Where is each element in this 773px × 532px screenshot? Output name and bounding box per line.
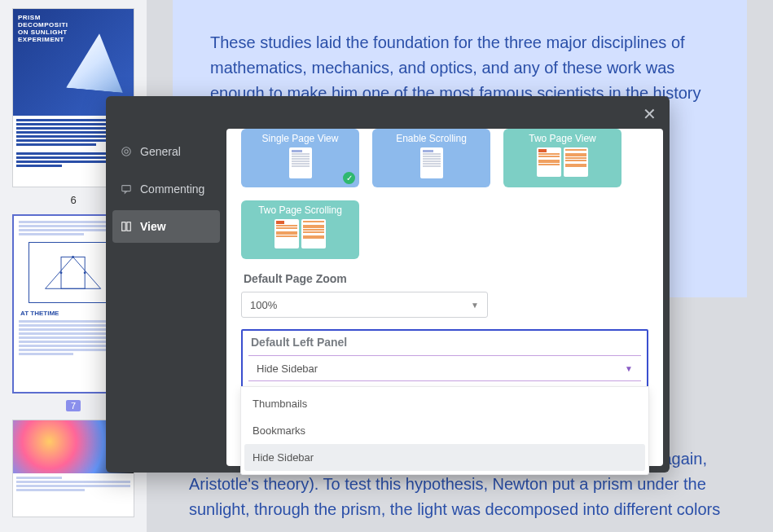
left-panel-section: Default Left Panel Hide Sidebar ▼ Thumbn… xyxy=(241,329,648,388)
zoom-value: 100% xyxy=(250,299,277,311)
view-mode-two-page[interactable]: Two Page View xyxy=(503,129,621,187)
thumb-title-line: EXPERIMENT xyxy=(18,36,64,43)
left-panel-label: Default Left Panel xyxy=(251,336,641,349)
thumbnail-number: 6 xyxy=(70,194,76,206)
close-icon[interactable]: ✕ xyxy=(643,106,657,122)
svg-line-1 xyxy=(46,257,73,288)
view-mode-label: Two Page View xyxy=(529,133,596,144)
settings-modal: ✕ General Commenting Vie xyxy=(106,96,670,473)
gear-icon xyxy=(121,146,132,157)
chevron-down-icon: ▼ xyxy=(471,301,479,310)
thumb-title-line: ON SUNLIGHT xyxy=(18,29,68,36)
left-panel-value: Hide Sidebar xyxy=(257,363,318,375)
chevron-down-icon: ▼ xyxy=(625,364,633,373)
sidebar-label: Commenting xyxy=(140,182,204,196)
comment-icon xyxy=(121,183,132,195)
thumb-title-line: PRISM xyxy=(18,14,41,21)
svg-rect-0 xyxy=(61,257,85,288)
svg-line-2 xyxy=(73,257,101,288)
svg-point-5 xyxy=(60,271,63,274)
view-mode-enable-scrolling[interactable]: Enable Scrolling xyxy=(372,129,490,187)
modal-content: Single Page View ✓ Enable Scrolling Two … xyxy=(226,129,663,466)
svg-rect-11 xyxy=(127,222,130,231)
left-panel-dropdown[interactable]: Hide Sidebar ▼ xyxy=(248,355,641,381)
thumbnail-number: 7 xyxy=(66,400,81,411)
checkmark-icon: ✓ xyxy=(343,172,355,184)
zoom-dropdown[interactable]: 100% ▼ xyxy=(241,292,488,318)
view-mode-two-page-scrolling[interactable]: Two Page Scrolling xyxy=(241,200,359,259)
view-mode-label: Two Page Scrolling xyxy=(258,204,342,216)
document-text: These studies laid the foundation for th… xyxy=(210,30,709,106)
svg-point-6 xyxy=(84,271,86,274)
sidebar-item-view[interactable]: View xyxy=(112,210,220,243)
option-hide-sidebar[interactable]: Hide Sidebar xyxy=(244,444,645,471)
svg-rect-10 xyxy=(122,222,125,231)
view-mode-single-page[interactable]: Single Page View ✓ xyxy=(241,129,359,187)
view-mode-label: Enable Scrolling xyxy=(396,133,467,144)
zoom-label: Default Page Zoom xyxy=(244,272,648,285)
diagram-graphic xyxy=(29,242,118,303)
left-panel-options: Thumbnails Bookmarks Hide Sidebar xyxy=(240,386,649,475)
view-icon xyxy=(121,221,132,232)
view-mode-label: Single Page View xyxy=(262,133,339,144)
option-bookmarks[interactable]: Bookmarks xyxy=(244,417,645,444)
thumb-title-line: DECOMPOSITI xyxy=(18,21,68,29)
sidebar-item-general[interactable]: General xyxy=(112,135,220,168)
option-thumbnails[interactable]: Thumbnails xyxy=(244,390,645,417)
sidebar-label: General xyxy=(140,145,181,158)
svg-point-8 xyxy=(122,147,131,156)
svg-rect-9 xyxy=(122,186,131,191)
modal-sidebar: General Commenting View xyxy=(106,96,226,473)
sidebar-item-commenting[interactable]: Commenting xyxy=(112,173,220,205)
svg-point-4 xyxy=(72,256,75,258)
sidebar-label: View xyxy=(140,220,166,233)
svg-point-7 xyxy=(125,150,128,153)
